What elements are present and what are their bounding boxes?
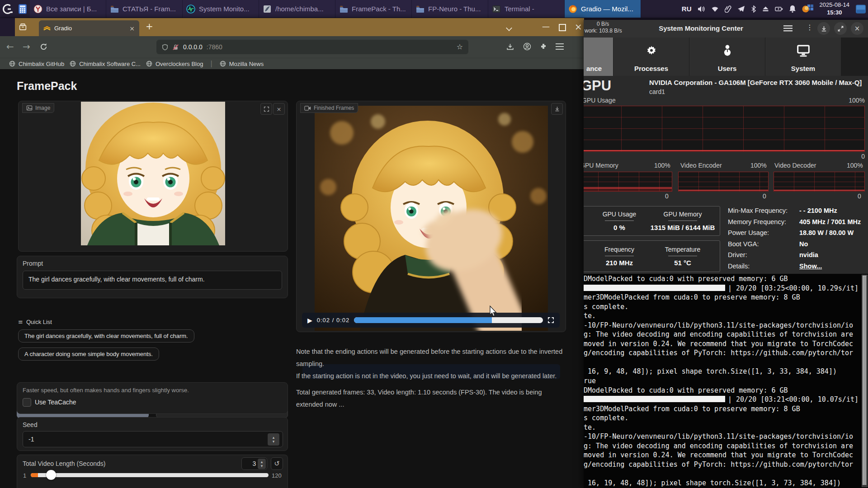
monitor-tab-users[interactable]: Users xyxy=(689,38,765,76)
firefox-window: Gradio × + — × ← → 0.0.0.0:7860 ☆ xyxy=(0,18,584,488)
video-length-slider-track[interactable] xyxy=(31,473,269,477)
notifications-bell-icon[interactable] xyxy=(789,5,796,13)
reset-button[interactable]: ↺ xyxy=(271,457,283,470)
url-host: 0.0.0.0 xyxy=(183,43,203,51)
reload-button[interactable] xyxy=(40,43,47,51)
monitor-tab-system[interactable]: System xyxy=(765,38,841,76)
window-minimize-button[interactable]: — xyxy=(542,23,550,30)
taskbar-task[interactable]: /home/chimba... xyxy=(259,0,335,18)
input-image[interactable] xyxy=(81,102,225,245)
globe-icon xyxy=(220,61,226,67)
terminal-scrollbar[interactable] xyxy=(862,275,868,487)
bookmark-star-icon[interactable]: ☆ xyxy=(457,43,463,51)
extensions-puzzle-icon[interactable] xyxy=(540,43,547,50)
video-length-number-input[interactable]: 3 ▴ ▾ xyxy=(241,457,267,470)
scrollbar-thumb[interactable] xyxy=(863,276,867,485)
finished-frames-video[interactable] xyxy=(315,106,548,331)
forward-button[interactable]: → xyxy=(23,42,30,51)
gpu-name: NVIDIA Corporation - GA106M [GeForce RTX… xyxy=(649,79,866,86)
app-menu-button[interactable] xyxy=(0,0,15,18)
monitor-tab-ance[interactable]: ance xyxy=(584,38,613,76)
calculator-launcher[interactable] xyxy=(15,0,30,18)
bluetooth-icon[interactable] xyxy=(751,5,756,13)
image-panel-label-chip: Image xyxy=(22,103,54,113)
tab-close-icon[interactable]: × xyxy=(129,25,135,32)
seed-input[interactable]: -1 ▴ ▾ xyxy=(23,431,283,447)
video-length-spinner[interactable]: ▴ ▾ xyxy=(258,459,266,469)
seek-bar[interactable] xyxy=(354,317,543,323)
taskbar-task[interactable]: СТАТЬЯ - Fram... xyxy=(106,0,183,18)
quick-list-item[interactable]: A character doing some simple body movem… xyxy=(18,347,159,361)
use-teacache-checkbox[interactable] xyxy=(23,398,31,407)
image-clear-button[interactable]: × xyxy=(273,103,285,115)
menu-hamburger-icon[interactable] xyxy=(556,43,564,50)
video-fullscreen-icon[interactable] xyxy=(547,317,554,324)
display-widget-icon[interactable] xyxy=(855,4,866,14)
task-label: СТАТЬЯ - Fram... xyxy=(123,5,176,13)
taskbar-task[interactable]: Gradio — Mozil... xyxy=(565,0,641,18)
taskbar-task[interactable]: Все записи | Б... xyxy=(30,0,106,18)
quick-list-header: ≡ Quick List xyxy=(18,319,52,325)
volume-icon[interactable] xyxy=(698,5,705,13)
video-download-button[interactable] xyxy=(551,103,563,115)
bookmark-item[interactable]: Overclockers Blog xyxy=(146,61,203,67)
monitor-titlebar[interactable]: 0 B/s work: 103.8 B/s System Monitoring … xyxy=(584,20,868,38)
bookmark-item[interactable]: Mozilla News xyxy=(220,61,264,67)
new-tab-button[interactable]: + xyxy=(146,22,153,31)
paperclip-icon[interactable] xyxy=(725,5,731,13)
spin-down-icon[interactable]: ▾ xyxy=(261,464,263,468)
teacache-caption: Faster speed, but often makes hands and … xyxy=(23,387,189,394)
url-bar[interactable]: 0.0.0.0:7860 ☆ xyxy=(156,40,468,54)
slider-knob[interactable] xyxy=(46,470,56,480)
tabs-list-chevron-icon[interactable] xyxy=(506,25,512,31)
monitor-close-button[interactable]: × xyxy=(851,22,863,35)
taskbar-task[interactable]: Terminal - xyxy=(488,0,565,18)
terminal-icon xyxy=(492,5,501,14)
window-close-button[interactable]: × xyxy=(575,22,582,31)
back-button[interactable]: ← xyxy=(6,42,14,51)
taskbar-task[interactable]: FramePack - Th... xyxy=(335,0,412,18)
monitor-tab-processes[interactable]: Processes xyxy=(613,38,689,76)
bookmark-item[interactable]: Chimbalix Software C... xyxy=(70,61,141,67)
taskbar-task[interactable]: FP-Neuro - Thu... xyxy=(412,0,488,18)
save-to-pocket-icon[interactable] xyxy=(506,43,514,51)
keyboard-layout[interactable]: RU xyxy=(682,5,692,13)
log-line: 3DModelPacked to cuda:0 with preserved m… xyxy=(584,386,859,396)
seek-bar-fill xyxy=(354,317,492,323)
eject-icon[interactable] xyxy=(762,5,769,12)
seed-spinner[interactable]: ▴ ▾ xyxy=(268,433,279,446)
browser-tab-gradio[interactable]: Gradio × xyxy=(39,20,139,36)
detail-show-link[interactable]: Show... xyxy=(799,263,822,270)
teacache-group: Faster speed, but often makes hands and … xyxy=(17,382,288,414)
monitor-maximize-button[interactable] xyxy=(834,22,847,35)
account-icon[interactable] xyxy=(523,42,531,51)
monitor-minimize-button[interactable] xyxy=(817,22,830,35)
folder-icon xyxy=(415,5,425,14)
spin-down-icon[interactable]: ▾ xyxy=(273,440,275,444)
library-icon[interactable] xyxy=(19,23,27,31)
bookmark-item[interactable]: Chimbalix GitHub xyxy=(9,61,64,67)
firefox-titlebar[interactable]: Gradio × + — × xyxy=(0,18,584,36)
detail-row: Details:Show... xyxy=(728,263,863,273)
prompt-input[interactable]: The girl dances gracefully, with clear m… xyxy=(23,271,282,290)
detail-key: Boot VGA: xyxy=(728,240,759,248)
tab-title: Gradio xyxy=(54,25,126,32)
monitor-kebab-icon[interactable]: ⋮ xyxy=(806,24,813,31)
window-maximize-button[interactable] xyxy=(559,24,566,31)
play-icon[interactable]: ▶ xyxy=(307,317,312,324)
task-label: FramePack - Th... xyxy=(352,5,406,13)
wifi-icon[interactable] xyxy=(711,5,719,12)
telegram-icon[interactable] xyxy=(737,5,745,12)
taskbar-task[interactable]: System Monito... xyxy=(183,0,259,18)
battery-icon[interactable] xyxy=(775,6,783,12)
terminal-log[interactable]: 3DModelPacked to cuda:0 with preserved m… xyxy=(584,274,868,488)
distro-logo-icon xyxy=(2,3,14,15)
quick-list-item[interactable]: The girl dances gracefully, with clear m… xyxy=(18,329,194,343)
monitor-menu-hamburger-icon[interactable] xyxy=(783,25,793,32)
image-fullscreen-button[interactable] xyxy=(260,103,272,115)
calculator-icon xyxy=(17,4,28,14)
progress-bar xyxy=(584,396,725,402)
firefox-widget-icon[interactable] xyxy=(802,4,814,14)
clock[interactable]: 2025-08-14 15:30 xyxy=(820,1,850,16)
bookmark-label: Mozilla News xyxy=(229,61,264,67)
